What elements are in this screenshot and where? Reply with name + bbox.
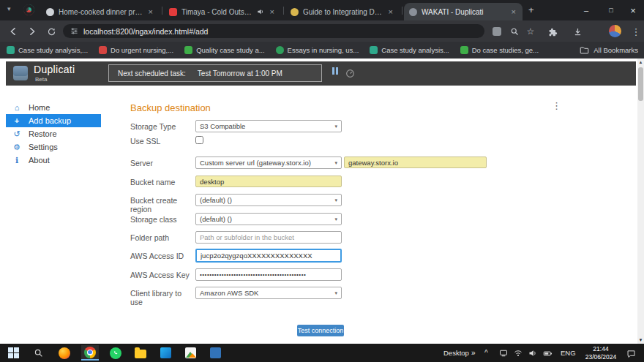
bookmark-item[interactable]: Case study analysis... — [370, 46, 449, 54]
scroll-up-icon[interactable]: ▲ — [637, 59, 644, 66]
photos-icon[interactable] — [181, 345, 199, 361]
bookmark-item[interactable]: Quality case study a... — [184, 46, 264, 54]
desktop-toolbar-label[interactable]: Desktop — [443, 349, 469, 357]
bookmark-label: Do urgent nursing,... — [111, 46, 173, 54]
window-maximize-button[interactable]: □ — [600, 0, 622, 20]
bookmark-label: Case study analysis... — [381, 46, 449, 54]
search-icon[interactable] — [508, 25, 521, 38]
chevron-down-icon: ▾ — [334, 160, 337, 166]
chevron-down-icon: ▾ — [334, 216, 337, 222]
window-close-button[interactable]: × — [622, 0, 644, 20]
folder-path-input[interactable] — [195, 231, 342, 244]
scrollbar-thumb[interactable] — [638, 67, 643, 101]
throttle-icon[interactable] — [345, 68, 355, 81]
extensions-puzzle-icon[interactable] — [546, 25, 559, 38]
chevron-down-icon: ▾ — [334, 124, 337, 129]
tab-search-icon[interactable]: ▾ — [7, 5, 11, 12]
profile-tab-icon[interactable] — [23, 4, 34, 15]
bookmark-star-icon[interactable]: ☆ — [524, 25, 537, 38]
tab-audio-icon[interactable] — [257, 8, 264, 15]
use-ssl-checkbox[interactable] — [195, 136, 203, 144]
tab-close-icon[interactable]: × — [269, 8, 276, 16]
forward-icon[interactable] — [25, 24, 40, 39]
tray-wifi-icon[interactable] — [512, 347, 524, 359]
taskbar-search-icon[interactable] — [29, 345, 47, 361]
sidebar-label: Home — [29, 103, 50, 112]
chrome-icon[interactable] — [81, 345, 99, 361]
taskbar-clock[interactable]: 21:44 23/06/2024 — [580, 345, 622, 361]
site-settings-icon[interactable] — [70, 27, 78, 35]
whatsapp-icon[interactable] — [107, 345, 124, 361]
app-icon-blue[interactable] — [206, 345, 224, 361]
bucket-region-select[interactable]: (default) () ▾ — [195, 194, 342, 206]
vscode-icon[interactable] — [157, 345, 174, 361]
address-bar[interactable]: localhost:8200/ngax/index.html#/add — [63, 24, 484, 38]
info-icon: ℹ — [12, 156, 22, 165]
tray-battery-icon[interactable] — [542, 347, 553, 359]
window-minimize-button[interactable]: – — [575, 0, 597, 20]
scheduled-task-value[interactable]: Test Tomorrow at 1:00 PM — [198, 69, 282, 78]
sidebar-item-add-backup[interactable]: + Add backup — [6, 114, 101, 127]
tray-monitor-icon[interactable] — [498, 347, 509, 359]
bucket-name-input[interactable] — [195, 176, 342, 187]
sidebar-label: Add backup — [29, 116, 71, 125]
all-bookmarks-label: All Bookmarks — [594, 46, 638, 54]
notification-center-icon[interactable] — [625, 347, 637, 359]
all-bookmarks-button[interactable]: All Bookmarks — [580, 42, 638, 59]
browser-tab[interactable]: Home-cooked dinner proposal × — [41, 3, 160, 20]
windows-logo-icon — [8, 347, 19, 358]
server-url-input[interactable] — [344, 157, 487, 168]
desktop-toolbar-expand-icon[interactable]: » — [471, 349, 476, 357]
page-viewport: Duplicati Beta Next scheduled task: Test… — [0, 59, 644, 344]
aws-access-key-input[interactable] — [195, 268, 342, 281]
tab-close-icon[interactable]: × — [510, 8, 517, 16]
reload-icon[interactable] — [44, 24, 59, 39]
language-indicator[interactable]: ENG — [561, 349, 576, 357]
browser-tab[interactable]: Timaya - Cold Outside feat... × — [164, 3, 281, 20]
chevron-down-icon: ▾ — [334, 197, 337, 203]
sidebar-item-home[interactable]: ⌂ Home — [6, 101, 101, 114]
aws-access-id-label: AWS Access ID — [130, 252, 195, 260]
bookmark-item[interactable]: Do case studies, ge... — [460, 46, 539, 54]
bookmark-item[interactable]: Case study analysis,... — [7, 46, 88, 54]
firefox-icon[interactable] — [56, 345, 73, 361]
bookmark-item[interactable]: Do urgent nursing,... — [99, 46, 173, 54]
app-title: Duplicati — [34, 64, 75, 75]
new-tab-button[interactable]: + — [528, 4, 534, 15]
sidebar-item-settings[interactable]: ⚙ Settings — [6, 140, 101, 154]
page-menu-icon[interactable]: ⋮ — [552, 100, 561, 111]
file-explorer-icon[interactable] — [132, 345, 149, 361]
profile-avatar[interactable] — [609, 25, 621, 37]
folder-icon — [580, 45, 589, 55]
test-connection-button[interactable]: Test connection — [297, 325, 344, 336]
aws-access-id-input[interactable] — [195, 249, 342, 263]
sidebar-item-restore[interactable]: ↺ Restore — [6, 127, 101, 140]
sidebar-item-about[interactable]: ℹ About — [6, 154, 101, 167]
server-select[interactable]: Custom server url (gateway.storx.io) ▾ — [195, 157, 342, 169]
tray-chevron-up-icon[interactable]: ^ — [484, 349, 488, 357]
tab-title: WAKATI - Duplicati — [422, 8, 506, 16]
extension-badge-icon[interactable] — [490, 25, 503, 38]
duplicati-logo-icon — [13, 66, 28, 80]
plus-icon: + — [12, 116, 22, 125]
storage-type-value: S3 Compatible — [200, 122, 245, 130]
start-button[interactable] — [4, 345, 22, 361]
bookmark-item[interactable]: Essays in nursing, us... — [276, 46, 359, 54]
storage-class-select[interactable]: (default) () ▾ — [195, 213, 342, 225]
pause-icon[interactable] — [332, 67, 338, 75]
scroll-down-icon[interactable]: ▼ — [637, 336, 644, 344]
tray-volume-icon[interactable] — [527, 347, 539, 359]
storage-type-label: Storage Type — [130, 122, 195, 131]
tab-favicon — [409, 8, 417, 16]
tab-close-icon[interactable]: × — [387, 8, 394, 16]
browser-tab[interactable]: Guide to Integrating Duplicati... × — [285, 3, 400, 20]
client-library-select[interactable]: Amazon AWS SDK ▾ — [195, 287, 342, 299]
storage-type-select[interactable]: S3 Compatible ▾ — [195, 120, 342, 132]
back-icon[interactable] — [6, 24, 20, 39]
browser-menu-icon[interactable]: ⋮ — [629, 25, 643, 38]
clock-time: 21:44 — [580, 345, 622, 353]
browser-tab-active[interactable]: WAKATI - Duplicati × — [404, 3, 523, 20]
tab-close-icon[interactable]: × — [147, 8, 154, 16]
page-scrollbar[interactable]: ▲ ▼ — [637, 59, 644, 344]
downloads-icon[interactable] — [571, 25, 584, 38]
